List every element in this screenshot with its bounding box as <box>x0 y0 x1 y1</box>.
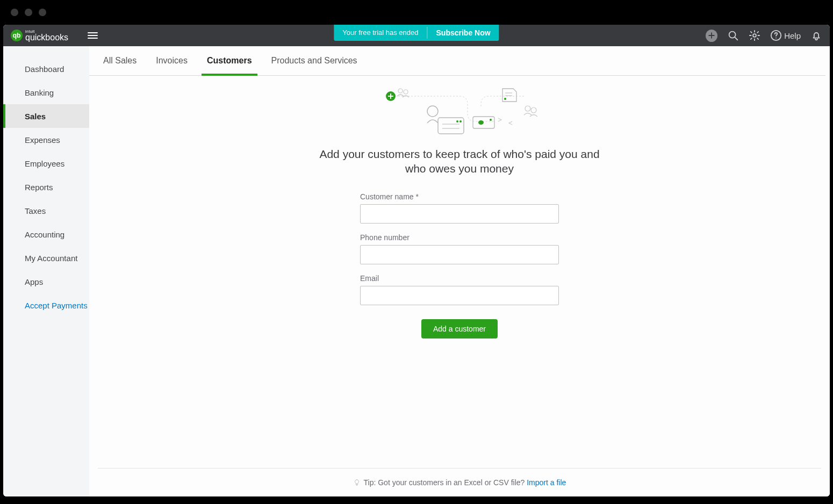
app-body: Dashboard Banking Sales Expenses Employe… <box>3 46 830 496</box>
help-button[interactable]: Help <box>770 30 801 41</box>
menu-toggle-icon[interactable] <box>88 32 98 39</box>
search-icon <box>727 30 739 41</box>
trial-ended-text: Your free trial has ended <box>334 27 427 39</box>
customer-name-input[interactable] <box>360 204 559 224</box>
email-input[interactable] <box>360 286 559 305</box>
trial-banner: Your free trial has ended Subscribe Now <box>334 25 499 41</box>
svg-point-6 <box>775 38 777 39</box>
svg-point-11 <box>404 90 408 94</box>
customers-illustration <box>374 85 545 137</box>
lightbulb-icon <box>353 478 363 487</box>
import-file-link[interactable]: Import a file <box>527 478 566 487</box>
tab-label: Invoices <box>156 56 188 66</box>
window-zoom[interactable] <box>39 9 46 16</box>
svg-point-4 <box>753 34 756 37</box>
app-header: qb intuit quickbooks Your free trial has… <box>3 25 830 46</box>
window-minimize[interactable] <box>25 9 32 16</box>
svg-line-3 <box>735 37 737 40</box>
window-close[interactable] <box>11 9 18 16</box>
footer-tip-text: Tip: Got your customers in an Excel or C… <box>364 478 527 487</box>
sidebar-item-accounting[interactable]: Accounting <box>3 222 89 246</box>
subscribe-now-button[interactable]: Subscribe Now <box>428 28 499 37</box>
sidebar-item-label: Sales <box>25 112 46 121</box>
svg-point-25 <box>531 107 536 113</box>
sidebar-item-my-accountant[interactable]: My Accountant <box>3 246 89 270</box>
svg-point-17 <box>459 120 462 123</box>
sidebar: Dashboard Banking Sales Expenses Employe… <box>3 46 89 496</box>
svg-rect-13 <box>438 118 464 134</box>
logo[interactable]: qb intuit quickbooks <box>11 30 68 42</box>
tabbar: All Sales Invoices Customers Products an… <box>89 46 825 76</box>
content: Add your customers to keep track of who'… <box>89 76 830 468</box>
app-shell: qb intuit quickbooks Your free trial has… <box>3 25 830 496</box>
tab-label: Customers <box>207 56 252 66</box>
notifications-button[interactable] <box>810 30 822 41</box>
help-label: Help <box>784 31 801 40</box>
tab-label: All Sales <box>103 56 137 66</box>
sidebar-item-label: Expenses <box>25 135 60 145</box>
sidebar-item-banking[interactable]: Banking <box>3 81 89 104</box>
create-new-button[interactable] <box>706 30 717 41</box>
svg-point-12 <box>427 106 438 117</box>
phone-label: Phone number <box>360 233 559 242</box>
tab-all-sales[interactable]: All Sales <box>103 46 137 75</box>
sidebar-item-label: Apps <box>25 277 43 286</box>
sidebar-item-accept-payments[interactable]: Accept Payments <box>3 293 89 317</box>
svg-point-19 <box>478 120 484 125</box>
header-actions: Help <box>706 30 822 41</box>
page-title: Add your customers to keep track of who'… <box>309 147 610 176</box>
sidebar-item-expenses[interactable]: Expenses <box>3 128 89 152</box>
sidebar-item-label: Employees <box>25 159 64 168</box>
settings-button[interactable] <box>749 30 760 41</box>
svg-point-10 <box>398 89 403 93</box>
sidebar-item-employees[interactable]: Employees <box>3 152 89 175</box>
help-icon <box>770 30 782 41</box>
customer-name-label: Customer name * <box>360 192 559 201</box>
plus-icon <box>706 30 717 42</box>
tab-products-services[interactable]: Products and Services <box>271 46 357 75</box>
svg-point-20 <box>490 119 492 121</box>
sidebar-item-label: Accept Payments <box>25 301 88 310</box>
sidebar-item-sales[interactable]: Sales <box>3 104 89 128</box>
logo-product-text: quickbooks <box>25 33 68 42</box>
footer-tip: Tip: Got your customers in an Excel or C… <box>98 468 821 496</box>
sidebar-item-label: Accounting <box>25 230 64 239</box>
svg-point-16 <box>456 120 458 123</box>
bell-icon <box>810 30 822 41</box>
email-label: Email <box>360 274 559 283</box>
sidebar-item-apps[interactable]: Apps <box>3 270 89 293</box>
sidebar-item-taxes[interactable]: Taxes <box>3 199 89 222</box>
main-area: All Sales Invoices Customers Products an… <box>89 46 830 496</box>
add-customer-button[interactable]: Add a customer <box>421 319 498 339</box>
sidebar-item-label: Dashboard <box>25 64 64 74</box>
logo-mark-icon: qb <box>11 30 23 41</box>
window-titlebar <box>0 0 833 25</box>
svg-point-23 <box>504 98 506 100</box>
sidebar-item-label: My Accountant <box>25 254 77 263</box>
tab-customers[interactable]: Customers <box>207 46 252 75</box>
search-button[interactable] <box>727 30 739 41</box>
logo-text: intuit quickbooks <box>25 30 68 42</box>
svg-point-24 <box>525 106 530 111</box>
sidebar-item-reports[interactable]: Reports <box>3 175 89 199</box>
sidebar-item-dashboard[interactable]: Dashboard <box>3 57 89 81</box>
sidebar-item-label: Reports <box>25 183 53 192</box>
tab-label: Products and Services <box>271 56 357 66</box>
sidebar-item-label: Taxes <box>25 206 46 215</box>
sidebar-item-label: Banking <box>25 88 54 97</box>
gear-icon <box>749 30 760 41</box>
phone-input[interactable] <box>360 245 559 264</box>
add-customer-form: Customer name * Phone number Email Add a… <box>360 192 559 339</box>
tab-invoices[interactable]: Invoices <box>156 46 188 75</box>
